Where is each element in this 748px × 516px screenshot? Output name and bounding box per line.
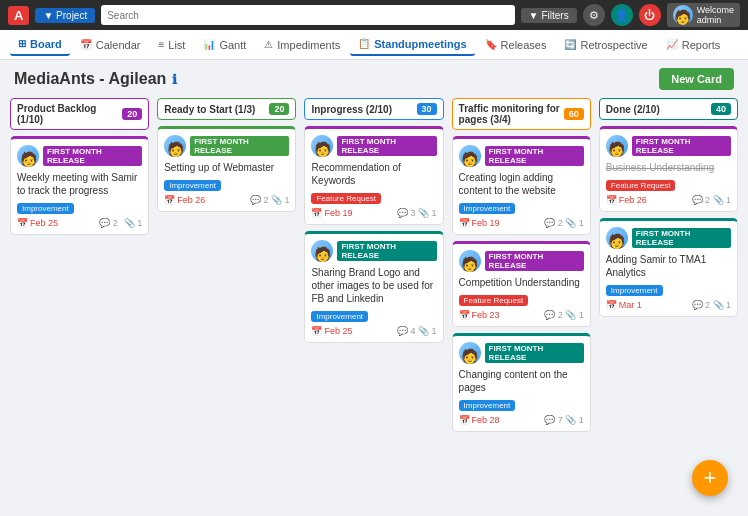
card-5[interactable]: 🧑 FIRST MONTH RELEASE Creating login add… (452, 136, 591, 235)
avatar: 🧑 (673, 5, 693, 25)
card9-header: 🧑 FIRST MONTH RELEASE (606, 227, 731, 249)
col4-count: 60 (564, 108, 584, 120)
card4-footer: 📅 Feb 25 💬 4 📎 1 (311, 326, 436, 336)
card-8[interactable]: 🧑 FIRST MONTH RELEASE Business Understan… (599, 126, 738, 212)
card2-date: 📅 Feb 26 (164, 195, 205, 205)
card8-avatar: 🧑 (606, 135, 628, 157)
card9-title: Adding Samir to TMA1 Analytics (606, 253, 731, 279)
card7-title: Changing content on the pages (459, 368, 584, 394)
column-done: Done (2/10) 40 🧑 FIRST MONTH RELEASE Bus… (599, 98, 738, 506)
card-6[interactable]: 🧑 FIRST MONTH RELEASE Competition Unders… (452, 241, 591, 327)
tab-navigation: ⊞ Board 📅 Calendar ≡ List 📊 Gantt ⚠ Impe… (0, 30, 748, 60)
tab-board[interactable]: ⊞ Board (10, 34, 70, 56)
card8-tag: Feature Request (606, 180, 676, 191)
nav-icons: ⚙ 👤 ⏻ 🧑 Welcome admin (583, 3, 740, 27)
card2-title: Setting up of Webmaster (164, 161, 289, 174)
card-7[interactable]: 🧑 FIRST MONTH RELEASE Changing content o… (452, 333, 591, 432)
power-btn[interactable]: ⏻ (639, 4, 661, 26)
top-navbar: A ▼ Project ▼ Filters ⚙ 👤 ⏻ 🧑 Welcome ad… (0, 0, 748, 30)
tab-calendar[interactable]: 📅 Calendar (72, 35, 149, 55)
column-product-backlog: Product Backlog (1/10) 20 🧑 FIRST MONTH … (10, 98, 149, 506)
releases-icon: 🔖 (485, 39, 497, 50)
reports-icon: 📈 (666, 39, 678, 50)
retrospective-icon: 🔄 (564, 39, 576, 50)
card4-title: Sharing Brand Logo and other images to b… (311, 266, 436, 305)
list-icon: ≡ (158, 39, 164, 50)
card8-title: Business Understanding (606, 161, 731, 174)
card5-date: 📅 Feb 19 (459, 218, 500, 228)
tab-gantt[interactable]: 📊 Gantt (195, 35, 254, 55)
page-header: MediaAnts - Agilean ℹ New Card (0, 60, 748, 98)
card3-tag: Feature Request (311, 193, 381, 204)
col1-count: 20 (122, 108, 142, 120)
card4-avatar: 🧑 (311, 240, 333, 262)
calendar-icon: 📅 (80, 39, 92, 50)
card5-avatar: 🧑 (459, 145, 481, 167)
new-card-btn[interactable]: New Card (659, 68, 734, 90)
card5-release-badge: FIRST MONTH RELEASE (485, 146, 584, 166)
card8-date: 📅 Feb 26 (606, 195, 647, 205)
card6-title: Competition Understanding (459, 276, 584, 289)
card9-release-badge: FIRST MONTH RELEASE (632, 228, 731, 248)
card6-release-badge: FIRST MONTH RELEASE (485, 251, 584, 271)
kanban-board: Product Backlog (1/10) 20 🧑 FIRST MONTH … (0, 98, 748, 514)
project-dropdown-btn[interactable]: ▼ Project (35, 8, 95, 23)
attach-icon: 📎 1 (124, 218, 143, 228)
gantt-icon: 📊 (203, 39, 215, 50)
welcome-text: Welcome (697, 5, 734, 15)
card1-release-badge: FIRST MONTH RELEASE (43, 146, 142, 166)
column-traffic: Traffic monitoring for pages (3/4) 60 🧑 … (452, 98, 591, 506)
card1-date: 📅 Feb 25 (17, 218, 58, 228)
column-header-inprogress: Inprogress (2/10) 30 (304, 98, 443, 120)
column-header-ready: Ready to Start (1/3) 20 (157, 98, 296, 120)
admin-label: admin (697, 15, 734, 25)
tab-list[interactable]: ≡ List (150, 35, 193, 55)
card2-footer: 📅 Feb 26 💬 2 📎 1 (164, 195, 289, 205)
tab-impediments[interactable]: ⚠ Impediments (256, 35, 348, 55)
card4-release-badge: FIRST MONTH RELEASE (337, 241, 436, 261)
card-4[interactable]: 🧑 FIRST MONTH RELEASE Sharing Brand Logo… (304, 231, 443, 343)
column-header-traffic: Traffic monitoring for pages (3/4) 60 (452, 98, 591, 130)
card1-title: Weekly meeting with Samir to track the p… (17, 171, 142, 197)
search-input[interactable] (101, 5, 514, 25)
card5-header: 🧑 FIRST MONTH RELEASE (459, 145, 584, 167)
page-title: MediaAnts - Agilean ℹ (14, 70, 177, 88)
tab-standupmeetings[interactable]: 📋 Standupmeetings (350, 34, 474, 56)
filters-btn[interactable]: ▼ Filters (521, 8, 577, 23)
column-header-product-backlog: Product Backlog (1/10) 20 (10, 98, 149, 130)
card1-footer: 📅 Feb 25 💬 2 📎 1 (17, 218, 142, 228)
card5-title: Creating login adding content to the web… (459, 171, 584, 197)
column-ready-to-start: Ready to Start (1/3) 20 🧑 FIRST MONTH RE… (157, 98, 296, 506)
fab-add-btn[interactable]: + (692, 460, 728, 496)
col3-count: 30 (417, 103, 437, 115)
settings-btn[interactable]: ⚙ (583, 4, 605, 26)
card3-avatar: 🧑 (311, 135, 333, 157)
card7-footer: 📅 Feb 28 💬 7 📎 1 (459, 415, 584, 425)
card8-header: 🧑 FIRST MONTH RELEASE (606, 135, 731, 157)
info-icon: ℹ (172, 72, 177, 87)
card6-header: 🧑 FIRST MONTH RELEASE (459, 250, 584, 272)
calendar-icon-sm: 📅 (17, 218, 28, 228)
filter-icon: ▼ (529, 10, 539, 21)
card7-header: 🧑 FIRST MONTH RELEASE (459, 342, 584, 364)
card2-tag: Improvement (164, 180, 221, 191)
col5-count: 40 (711, 103, 731, 115)
user-profile-btn[interactable]: 👤 (611, 4, 633, 26)
card4-tag: Improvement (311, 311, 368, 322)
card2-header: 🧑 FIRST MONTH RELEASE (164, 135, 289, 157)
card7-avatar: 🧑 (459, 342, 481, 364)
tab-releases[interactable]: 🔖 Releases (477, 35, 555, 55)
card-2[interactable]: 🧑 FIRST MONTH RELEASE Setting up of Webm… (157, 126, 296, 212)
card4-header: 🧑 FIRST MONTH RELEASE (311, 240, 436, 262)
card-3[interactable]: 🧑 FIRST MONTH RELEASE Recommendation of … (304, 126, 443, 225)
impediments-icon: ⚠ (264, 39, 273, 50)
card3-header: 🧑 FIRST MONTH RELEASE (311, 135, 436, 157)
card7-date: 📅 Feb 28 (459, 415, 500, 425)
card1-meta: 💬 2 📎 1 (99, 218, 142, 228)
tab-reports[interactable]: 📈 Reports (658, 35, 729, 55)
card7-tag: Improvement (459, 400, 516, 411)
card-1[interactable]: 🧑 FIRST MONTH RELEASE Weekly meeting wit… (10, 136, 149, 235)
card5-footer: 📅 Feb 19 💬 2 📎 1 (459, 218, 584, 228)
card-9[interactable]: 🧑 FIRST MONTH RELEASE Adding Samir to TM… (599, 218, 738, 317)
tab-retrospective[interactable]: 🔄 Retrospective (556, 35, 655, 55)
